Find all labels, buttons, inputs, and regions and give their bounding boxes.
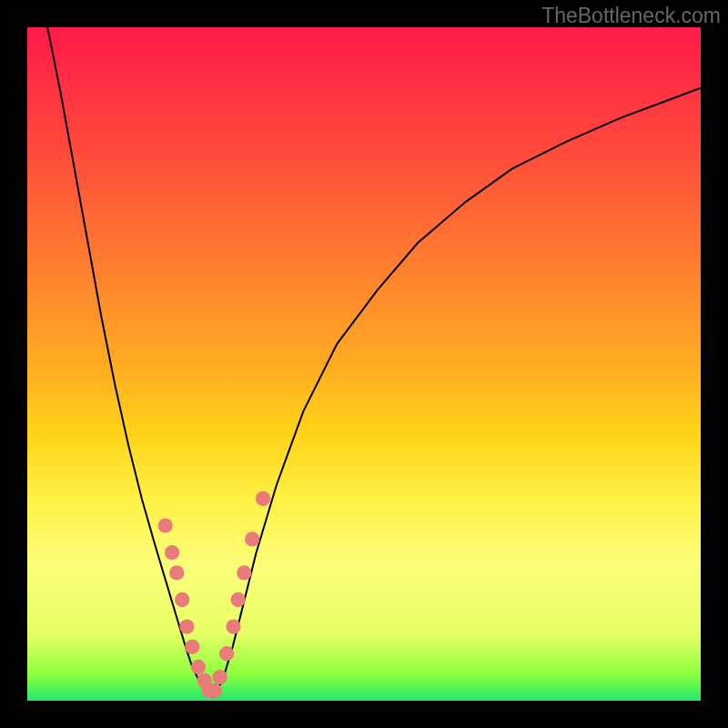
plot-area (27, 27, 701, 701)
marker-dot (175, 592, 189, 607)
marker-dot (245, 531, 259, 546)
marker-dot (169, 565, 184, 580)
marker-dot (165, 545, 179, 560)
marker-dot (226, 619, 240, 633)
chart-svg (27, 27, 701, 701)
watermark-text: TheBottleneck.com (541, 4, 721, 28)
marker-dot (207, 683, 222, 698)
marker-dot (158, 518, 173, 532)
marker-dot (179, 619, 194, 633)
marker-dot (185, 640, 199, 654)
marker-dot (256, 491, 270, 506)
outer-frame: TheBottleneck.com (0, 0, 728, 728)
marker-dot (191, 660, 206, 674)
marker-dot (213, 670, 228, 684)
marker-dot (237, 565, 251, 580)
right-branch-path (213, 88, 702, 698)
marker-dot (230, 592, 245, 607)
marker-group (158, 491, 271, 698)
marker-dot (219, 646, 234, 661)
